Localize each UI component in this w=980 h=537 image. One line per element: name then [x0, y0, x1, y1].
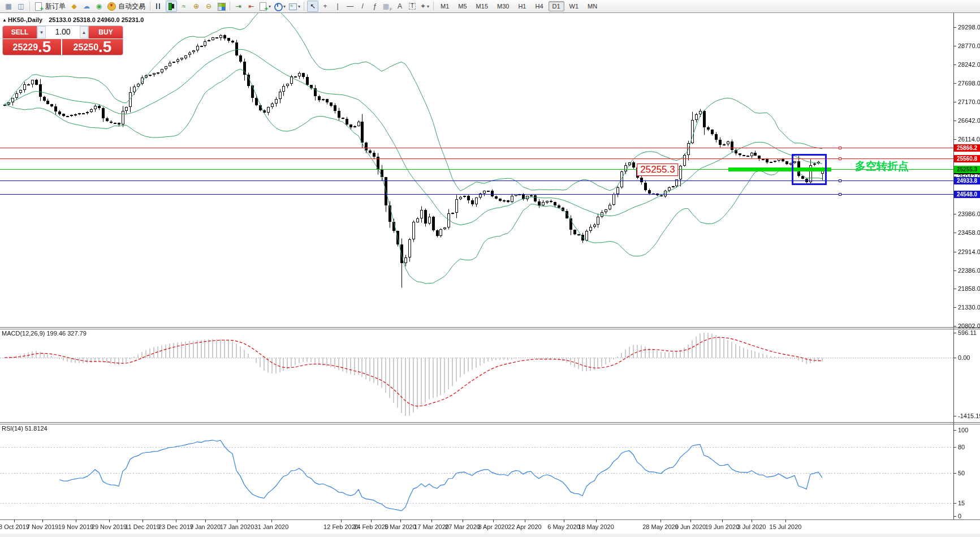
- line-chart-icon[interactable]: ≈: [178, 1, 189, 12]
- timeframe-button-w1[interactable]: W1: [565, 1, 583, 11]
- market-watch-icon-glyph: ▦: [5, 3, 11, 10]
- templates-button[interactable]: ▾: [287, 1, 301, 12]
- indicators-button[interactable]: ▾: [258, 1, 271, 12]
- price-level-badge-24548.0: 24548.0: [954, 191, 980, 198]
- crosshair-tool[interactable]: +: [320, 1, 331, 12]
- timeframe-button-m30[interactable]: M30: [493, 1, 513, 11]
- price-level-handle[interactable]: [839, 193, 841, 196]
- sell-button[interactable]: SELL: [3, 26, 37, 38]
- date-tick: [431, 519, 432, 522]
- price-tick-dash: [953, 27, 956, 28]
- volume-input[interactable]: 1.00: [46, 26, 80, 38]
- hline-tool[interactable]: ―: [344, 1, 356, 12]
- label-tool[interactable]: T: [407, 1, 418, 12]
- price-tick-label: 21858.0: [958, 285, 980, 292]
- buy-button[interactable]: BUY: [89, 26, 123, 38]
- rsi-tick-label: 80: [958, 444, 965, 450]
- price-tick-label: 28242.0: [958, 61, 980, 68]
- pivot-note-text[interactable]: 多空转折点: [855, 159, 909, 174]
- price-tick-label: 27698.0: [958, 80, 980, 87]
- data-window-icon[interactable]: ◫: [15, 1, 27, 12]
- indicators-button-caret[interactable]: ▾: [269, 4, 271, 9]
- fibo-tool[interactable]: ƒ: [369, 1, 381, 12]
- timeframe-button-d1[interactable]: D1: [549, 1, 564, 11]
- fibo-grid-tool[interactable]: ▦F: [382, 1, 393, 12]
- highlight-rectangle[interactable]: [792, 154, 827, 185]
- price-level-line-24548.0[interactable]: [0, 194, 953, 195]
- tile-windows-icon: [217, 2, 226, 11]
- market-watch-icon[interactable]: ▦: [3, 1, 14, 12]
- tile-windows-icon[interactable]: [215, 1, 227, 12]
- autotrading-button-label: 自动交易: [118, 2, 145, 11]
- date-label: 7 Jan 2020: [190, 523, 221, 530]
- date-label: 15 Jul 2020: [770, 523, 802, 530]
- rsi-tick-label: 0: [958, 513, 961, 519]
- crosshair-tool-glyph: +: [323, 3, 327, 10]
- timeframe-button-h1[interactable]: H1: [514, 1, 530, 11]
- hline-tool-glyph: ―: [347, 3, 353, 10]
- arrows-tool-caret[interactable]: ▾: [427, 4, 429, 9]
- data-window-icon-glyph: ◫: [18, 3, 24, 10]
- panel-separator[interactable]: [0, 422, 980, 423]
- periods-button[interactable]: ▾: [273, 1, 286, 12]
- price-tick-dash: [953, 139, 956, 140]
- bar-chart-icon[interactable]: [153, 1, 165, 12]
- arrows-tool[interactable]: ✦▾: [419, 1, 430, 12]
- price-level-handle[interactable]: [839, 179, 841, 182]
- price-level-handle[interactable]: [839, 147, 841, 149]
- vline-tool[interactable]: |: [332, 1, 343, 12]
- panel-separator[interactable]: [0, 327, 980, 328]
- metaeditor-icon[interactable]: ◆: [68, 1, 80, 12]
- rsi-label: RSI(14) 51.8124: [2, 425, 48, 432]
- auto-scroll-icon-glyph: ⇥: [236, 3, 241, 10]
- date-tick: [722, 519, 723, 522]
- one-click-collapse-icon[interactable]: ▲: [2, 18, 7, 23]
- zoom-in-icon[interactable]: ⊕: [191, 1, 202, 12]
- panel-separator: [0, 329, 980, 329]
- one-click-trade-panel: SELL ▼ 1.00 ▲ BUY 25229.5 25250.5: [2, 25, 123, 55]
- signals-icon[interactable]: ◉: [93, 1, 105, 12]
- timeframe-button-m1[interactable]: M1: [437, 1, 453, 11]
- templates-button-caret[interactable]: ▾: [298, 4, 300, 9]
- volume-increase-button[interactable]: ▲: [80, 26, 88, 38]
- autotrading-button[interactable]: [106, 1, 117, 12]
- timeframe-button-m15[interactable]: M15: [472, 1, 492, 11]
- cursor-tool[interactable]: ↖: [307, 1, 318, 12]
- price-tick-label: 29298.0: [958, 24, 980, 31]
- timeframe-button-mn[interactable]: MN: [584, 1, 601, 11]
- chart-plot-canvas[interactable]: [0, 0, 953, 537]
- chart-shift-icon[interactable]: ⇤: [245, 1, 257, 12]
- auto-scroll-icon[interactable]: ⇥: [233, 1, 244, 12]
- community-icon-glyph: ☁: [83, 3, 90, 10]
- buy-price-frac: .5: [98, 39, 111, 55]
- date-tick: [271, 519, 272, 522]
- trendline-tool[interactable]: /: [357, 1, 368, 12]
- date-tick: [525, 519, 525, 522]
- price-tick-dash: [953, 83, 956, 84]
- volume-decrease-button[interactable]: ▼: [37, 26, 46, 38]
- price-tick-dash: [953, 289, 956, 289]
- price-level-line-25866.2[interactable]: [0, 148, 953, 148]
- text-tool[interactable]: A: [394, 1, 405, 12]
- rsi-tick-dash: [953, 503, 956, 504]
- pivot-price-label[interactable]: 25255.3: [637, 164, 678, 176]
- price-level-handle[interactable]: [839, 157, 841, 160]
- timeframe-button-m5[interactable]: M5: [454, 1, 470, 11]
- fibo-tool-glyph: ƒ: [373, 3, 377, 10]
- date-label: 28 May 2020: [642, 523, 679, 530]
- date-tick: [690, 519, 691, 522]
- buy-price-display[interactable]: 25250.5: [62, 39, 123, 55]
- price-tick-label: 22914.0: [958, 248, 980, 255]
- zoom-out-icon[interactable]: ⊖: [203, 1, 214, 12]
- date-label: 11 Dec 2019: [125, 523, 160, 530]
- sell-price-display[interactable]: 25229.5: [3, 39, 62, 55]
- timeframe-button-h4[interactable]: H4: [531, 1, 547, 11]
- arrows-tool-glyph: ✦: [420, 3, 426, 10]
- date-label: 9 Jun 2020: [675, 523, 706, 530]
- price-tick-dash: [953, 46, 956, 46]
- periods-button-caret[interactable]: ▾: [283, 4, 286, 9]
- panel-separator: [0, 424, 980, 424]
- new-order-button[interactable]: [33, 1, 44, 12]
- community-icon[interactable]: ☁: [81, 1, 92, 12]
- candle-chart-icon[interactable]: [166, 1, 177, 12]
